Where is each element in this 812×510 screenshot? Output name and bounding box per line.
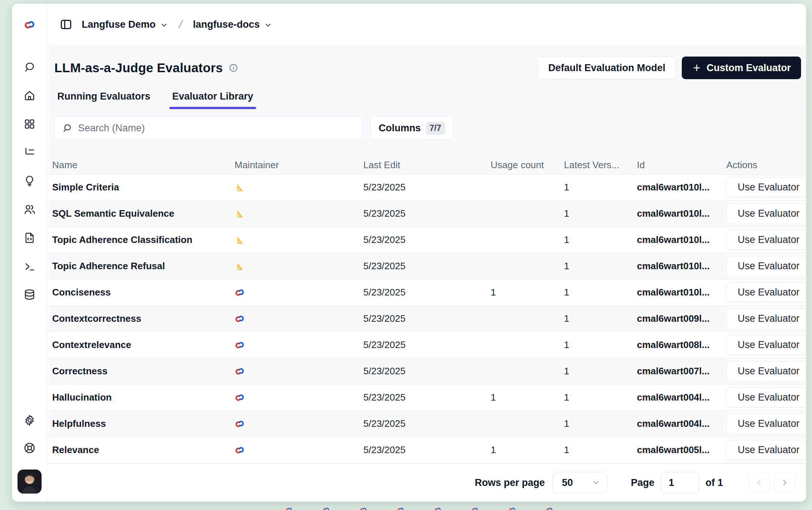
- column-header-latest-version: Latest Vers...: [564, 159, 637, 171]
- dashboard-icon[interactable]: [23, 118, 36, 130]
- langfuse-knot-logo: [546, 506, 553, 510]
- table-row[interactable]: SQL Semantic Equivalence 5/23/2025 1 cma…: [47, 201, 806, 227]
- table-row[interactable]: Hallucination 5/23/2025 1 1 cmal6wart004…: [47, 385, 806, 411]
- column-header-id: Id: [637, 159, 726, 171]
- langfuse-knot-logo: [434, 506, 441, 510]
- table-row[interactable]: Correctness 5/23/2025 1 cmal6wart007l...…: [47, 358, 806, 385]
- latest-version: 1: [564, 182, 637, 193]
- langfuse-maintainer-icon: [235, 419, 245, 429]
- langfuse-maintainer-icon: [235, 314, 245, 324]
- support-lifebuoy-icon[interactable]: [23, 442, 36, 454]
- maintainer-cell: [235, 261, 363, 271]
- langfuse-maintainer-icon: [235, 366, 245, 376]
- settings-gear-icon[interactable]: [23, 414, 36, 426]
- usage-count: 1: [491, 444, 564, 456]
- desktop-background: { "topbar": { "org": "Langfuse Demo", "s…: [0, 0, 812, 510]
- project-selector[interactable]: langfuse-docs: [193, 19, 272, 30]
- langfuse-maintainer-icon: [235, 340, 245, 350]
- table-row[interactable]: Simple Criteria 5/23/2025 1 cmal6wart010…: [47, 174, 806, 201]
- custom-evaluator-label: Custom Evaluator: [707, 62, 791, 74]
- langfuse-knot-logo: [471, 506, 479, 510]
- pagination-bar: Rows per page 50 Page of 1: [47, 463, 806, 502]
- evaluator-table: Name Maintainer Last Edit Usage count La…: [47, 156, 806, 463]
- last-edit-date: 5/23/2025: [363, 182, 491, 193]
- evaluator-name: Contextcorrectness: [52, 313, 235, 324]
- use-evaluator-button[interactable]: Use Evaluator: [726, 335, 806, 355]
- langfuse-knot-logo: [12, 4, 47, 46]
- use-evaluator-button[interactable]: Use Evaluator: [726, 361, 806, 382]
- evaluator-id: cmal6wart010l...: [637, 182, 726, 193]
- chevron-down-icon: [160, 21, 168, 29]
- search-input[interactable]: [78, 123, 355, 134]
- org-name: Langfuse Demo: [82, 19, 156, 30]
- use-evaluator-button[interactable]: Use Evaluator: [726, 414, 806, 434]
- rows-per-page-select[interactable]: 50: [553, 472, 607, 493]
- prompts-icon[interactable]: [23, 232, 36, 244]
- use-evaluator-button[interactable]: Use Evaluator: [726, 440, 806, 460]
- project-name: langfuse-docs: [193, 19, 260, 30]
- use-evaluator-button[interactable]: Use Evaluator: [726, 256, 806, 277]
- use-evaluator-button[interactable]: Use Evaluator: [726, 204, 806, 224]
- info-icon[interactable]: [229, 63, 238, 73]
- table-row[interactable]: Conciseness 5/23/2025 1 1 cmal6wart010l.…: [47, 279, 806, 306]
- chevron-right-icon: [780, 478, 789, 487]
- tracing-icon[interactable]: [23, 146, 36, 159]
- previous-page-button[interactable]: [749, 472, 770, 493]
- latest-version: 1: [564, 234, 637, 246]
- use-evaluator-button[interactable]: Use Evaluator: [726, 387, 806, 408]
- datasets-icon[interactable]: [23, 289, 36, 301]
- table-row[interactable]: Relevance 5/23/2025 1 1 cmal6wart005l...…: [47, 437, 806, 463]
- usage-count: 1: [491, 287, 564, 298]
- custom-evaluator-button[interactable]: Custom Evaluator: [682, 57, 801, 79]
- latest-version: 1: [564, 392, 637, 403]
- columns-button[interactable]: Columns 7/7: [370, 116, 453, 140]
- chevron-down-icon: [264, 21, 272, 29]
- langfuse-maintainer-icon: [235, 445, 245, 455]
- use-evaluator-button[interactable]: Use Evaluator: [726, 309, 806, 329]
- default-evaluation-model-button[interactable]: Default Evaluation Model: [538, 57, 676, 79]
- users-icon[interactable]: [23, 203, 36, 216]
- home-icon[interactable]: [23, 89, 36, 102]
- evaluator-id: cmal6wart007l...: [637, 366, 726, 377]
- table-row[interactable]: Contextrelevance 5/23/2025 1 cmal6wart00…: [47, 332, 806, 358]
- last-edit-date: 5/23/2025: [363, 418, 491, 429]
- langfuse-maintainer-icon: [235, 287, 245, 298]
- evaluator-name: Simple Criteria: [52, 182, 235, 193]
- page-number-input[interactable]: [661, 472, 699, 493]
- last-edit-date: 5/23/2025: [363, 234, 491, 246]
- use-evaluator-button[interactable]: Use Evaluator: [726, 282, 806, 303]
- evaluator-name: SQL Semantic Equivalence: [52, 208, 235, 219]
- chevron-down-icon: [592, 478, 600, 487]
- table-row[interactable]: Contextcorrectness 5/23/2025 1 cmal6wart…: [47, 306, 806, 332]
- columns-count-badge: 7/7: [426, 122, 445, 135]
- sidebar-toggle-icon[interactable]: [59, 18, 73, 31]
- use-evaluator-button[interactable]: Use Evaluator: [726, 230, 806, 250]
- search-icon: [62, 123, 72, 133]
- next-page-button[interactable]: [774, 472, 795, 493]
- use-evaluator-button[interactable]: Use Evaluator: [726, 177, 806, 198]
- chevron-left-icon: [755, 478, 763, 487]
- latest-version: 1: [564, 260, 637, 272]
- org-selector[interactable]: Langfuse Demo: [82, 19, 168, 30]
- user-avatar[interactable]: [18, 470, 42, 494]
- evaluator-id: cmal6wart010l...: [637, 234, 726, 246]
- last-edit-date: 5/23/2025: [363, 313, 491, 324]
- table-row[interactable]: Helpfulness 5/23/2025 1 cmal6wart004l...…: [47, 411, 806, 437]
- latest-version: 1: [564, 339, 637, 351]
- rows-per-page-value: 50: [562, 477, 573, 488]
- top-navbar: Langfuse Demo / langfuse-docs: [47, 4, 806, 46]
- tab-evaluator-library[interactable]: Evaluator Library: [169, 89, 256, 109]
- langfuse-knot-logo: [360, 506, 367, 510]
- column-header-last-edit: Last Edit: [363, 159, 491, 171]
- maintainer-cell: [235, 314, 363, 324]
- table-row[interactable]: Topic Adherence Refusal 5/23/2025 1 cmal…: [47, 253, 806, 279]
- evaluator-id: cmal6wart010l...: [637, 260, 726, 272]
- tab-running-evaluators[interactable]: Running Evaluators: [54, 89, 153, 109]
- evaluator-name: Relevance: [52, 444, 235, 456]
- last-edit-date: 5/23/2025: [363, 260, 491, 272]
- table-row[interactable]: Topic Adherence Classification 5/23/2025…: [47, 227, 806, 253]
- playground-icon[interactable]: [23, 260, 36, 273]
- search-icon[interactable]: [23, 61, 36, 73]
- plus-icon: [692, 63, 701, 73]
- evaluation-icon[interactable]: [23, 175, 36, 187]
